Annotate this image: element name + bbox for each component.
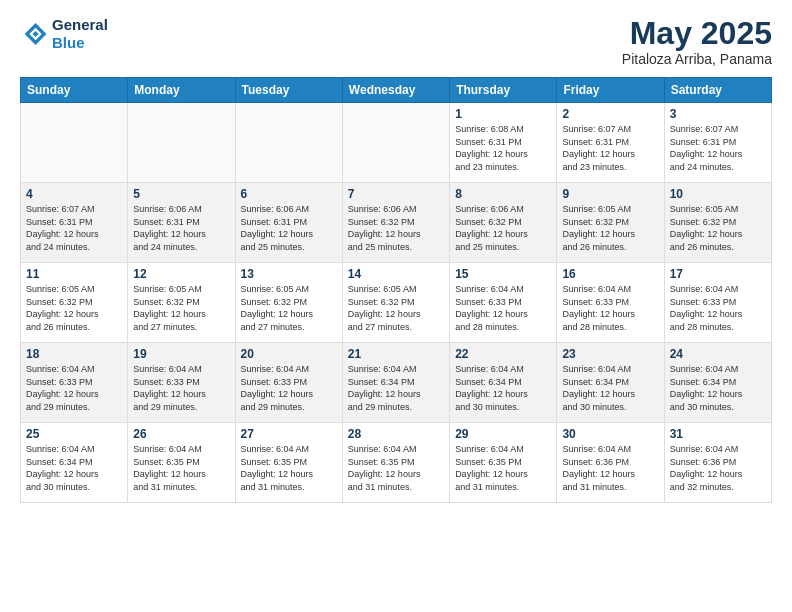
day-info: Sunrise: 6:04 AM Sunset: 6:34 PM Dayligh…	[562, 363, 658, 413]
day-info: Sunrise: 6:04 AM Sunset: 6:34 PM Dayligh…	[26, 443, 122, 493]
day-cell: 18Sunrise: 6:04 AM Sunset: 6:33 PM Dayli…	[21, 343, 128, 423]
day-cell	[342, 103, 449, 183]
day-cell: 30Sunrise: 6:04 AM Sunset: 6:36 PM Dayli…	[557, 423, 664, 503]
day-number: 27	[241, 427, 337, 441]
day-info: Sunrise: 6:04 AM Sunset: 6:35 PM Dayligh…	[133, 443, 229, 493]
day-number: 14	[348, 267, 444, 281]
day-info: Sunrise: 6:05 AM Sunset: 6:32 PM Dayligh…	[348, 283, 444, 333]
day-cell: 8Sunrise: 6:06 AM Sunset: 6:32 PM Daylig…	[450, 183, 557, 263]
weekday-header-row: SundayMondayTuesdayWednesdayThursdayFrid…	[21, 78, 772, 103]
day-cell	[235, 103, 342, 183]
day-cell: 2Sunrise: 6:07 AM Sunset: 6:31 PM Daylig…	[557, 103, 664, 183]
day-cell	[128, 103, 235, 183]
day-cell: 4Sunrise: 6:07 AM Sunset: 6:31 PM Daylig…	[21, 183, 128, 263]
day-number: 21	[348, 347, 444, 361]
day-cell: 17Sunrise: 6:04 AM Sunset: 6:33 PM Dayli…	[664, 263, 771, 343]
calendar: SundayMondayTuesdayWednesdayThursdayFrid…	[20, 77, 772, 503]
day-cell: 29Sunrise: 6:04 AM Sunset: 6:35 PM Dayli…	[450, 423, 557, 503]
day-number: 16	[562, 267, 658, 281]
day-info: Sunrise: 6:04 AM Sunset: 6:33 PM Dayligh…	[562, 283, 658, 333]
day-number: 20	[241, 347, 337, 361]
day-number: 15	[455, 267, 551, 281]
day-number: 30	[562, 427, 658, 441]
day-cell: 26Sunrise: 6:04 AM Sunset: 6:35 PM Dayli…	[128, 423, 235, 503]
weekday-tuesday: Tuesday	[235, 78, 342, 103]
day-cell: 20Sunrise: 6:04 AM Sunset: 6:33 PM Dayli…	[235, 343, 342, 423]
day-number: 7	[348, 187, 444, 201]
page: General Blue May 2025 Pitaloza Arriba, P…	[0, 0, 792, 612]
day-info: Sunrise: 6:04 AM Sunset: 6:36 PM Dayligh…	[670, 443, 766, 493]
day-info: Sunrise: 6:04 AM Sunset: 6:33 PM Dayligh…	[670, 283, 766, 333]
day-number: 18	[26, 347, 122, 361]
day-number: 22	[455, 347, 551, 361]
weekday-monday: Monday	[128, 78, 235, 103]
day-info: Sunrise: 6:06 AM Sunset: 6:32 PM Dayligh…	[348, 203, 444, 253]
day-number: 10	[670, 187, 766, 201]
day-info: Sunrise: 6:04 AM Sunset: 6:33 PM Dayligh…	[26, 363, 122, 413]
day-number: 11	[26, 267, 122, 281]
day-cell: 22Sunrise: 6:04 AM Sunset: 6:34 PM Dayli…	[450, 343, 557, 423]
day-cell: 28Sunrise: 6:04 AM Sunset: 6:35 PM Dayli…	[342, 423, 449, 503]
day-info: Sunrise: 6:05 AM Sunset: 6:32 PM Dayligh…	[133, 283, 229, 333]
day-info: Sunrise: 6:06 AM Sunset: 6:31 PM Dayligh…	[133, 203, 229, 253]
day-info: Sunrise: 6:05 AM Sunset: 6:32 PM Dayligh…	[562, 203, 658, 253]
day-number: 26	[133, 427, 229, 441]
day-cell: 13Sunrise: 6:05 AM Sunset: 6:32 PM Dayli…	[235, 263, 342, 343]
week-row-4: 18Sunrise: 6:04 AM Sunset: 6:33 PM Dayli…	[21, 343, 772, 423]
week-row-3: 11Sunrise: 6:05 AM Sunset: 6:32 PM Dayli…	[21, 263, 772, 343]
day-cell: 7Sunrise: 6:06 AM Sunset: 6:32 PM Daylig…	[342, 183, 449, 263]
day-cell: 11Sunrise: 6:05 AM Sunset: 6:32 PM Dayli…	[21, 263, 128, 343]
day-cell: 6Sunrise: 6:06 AM Sunset: 6:31 PM Daylig…	[235, 183, 342, 263]
day-cell: 12Sunrise: 6:05 AM Sunset: 6:32 PM Dayli…	[128, 263, 235, 343]
weekday-thursday: Thursday	[450, 78, 557, 103]
day-info: Sunrise: 6:07 AM Sunset: 6:31 PM Dayligh…	[26, 203, 122, 253]
day-info: Sunrise: 6:04 AM Sunset: 6:35 PM Dayligh…	[455, 443, 551, 493]
day-info: Sunrise: 6:05 AM Sunset: 6:32 PM Dayligh…	[241, 283, 337, 333]
day-cell: 9Sunrise: 6:05 AM Sunset: 6:32 PM Daylig…	[557, 183, 664, 263]
day-cell: 23Sunrise: 6:04 AM Sunset: 6:34 PM Dayli…	[557, 343, 664, 423]
weekday-saturday: Saturday	[664, 78, 771, 103]
day-info: Sunrise: 6:04 AM Sunset: 6:33 PM Dayligh…	[455, 283, 551, 333]
day-cell: 16Sunrise: 6:04 AM Sunset: 6:33 PM Dayli…	[557, 263, 664, 343]
day-cell: 21Sunrise: 6:04 AM Sunset: 6:34 PM Dayli…	[342, 343, 449, 423]
day-cell: 25Sunrise: 6:04 AM Sunset: 6:34 PM Dayli…	[21, 423, 128, 503]
day-cell: 19Sunrise: 6:04 AM Sunset: 6:33 PM Dayli…	[128, 343, 235, 423]
day-number: 17	[670, 267, 766, 281]
day-cell: 31Sunrise: 6:04 AM Sunset: 6:36 PM Dayli…	[664, 423, 771, 503]
day-cell	[21, 103, 128, 183]
day-info: Sunrise: 6:05 AM Sunset: 6:32 PM Dayligh…	[670, 203, 766, 253]
day-info: Sunrise: 6:05 AM Sunset: 6:32 PM Dayligh…	[26, 283, 122, 333]
day-info: Sunrise: 6:04 AM Sunset: 6:33 PM Dayligh…	[133, 363, 229, 413]
logo-text: General Blue	[52, 16, 108, 52]
day-number: 4	[26, 187, 122, 201]
day-number: 6	[241, 187, 337, 201]
week-row-1: 1Sunrise: 6:08 AM Sunset: 6:31 PM Daylig…	[21, 103, 772, 183]
day-number: 25	[26, 427, 122, 441]
day-number: 3	[670, 107, 766, 121]
day-cell: 27Sunrise: 6:04 AM Sunset: 6:35 PM Dayli…	[235, 423, 342, 503]
weekday-friday: Friday	[557, 78, 664, 103]
main-title: May 2025	[622, 16, 772, 51]
day-number: 1	[455, 107, 551, 121]
header: General Blue May 2025 Pitaloza Arriba, P…	[20, 16, 772, 67]
day-info: Sunrise: 6:04 AM Sunset: 6:34 PM Dayligh…	[670, 363, 766, 413]
day-info: Sunrise: 6:04 AM Sunset: 6:34 PM Dayligh…	[455, 363, 551, 413]
day-number: 23	[562, 347, 658, 361]
day-number: 31	[670, 427, 766, 441]
subtitle: Pitaloza Arriba, Panama	[622, 51, 772, 67]
day-info: Sunrise: 6:06 AM Sunset: 6:32 PM Dayligh…	[455, 203, 551, 253]
day-number: 13	[241, 267, 337, 281]
day-number: 9	[562, 187, 658, 201]
day-info: Sunrise: 6:04 AM Sunset: 6:34 PM Dayligh…	[348, 363, 444, 413]
day-info: Sunrise: 6:07 AM Sunset: 6:31 PM Dayligh…	[670, 123, 766, 173]
day-info: Sunrise: 6:08 AM Sunset: 6:31 PM Dayligh…	[455, 123, 551, 173]
week-row-2: 4Sunrise: 6:07 AM Sunset: 6:31 PM Daylig…	[21, 183, 772, 263]
day-number: 12	[133, 267, 229, 281]
day-number: 8	[455, 187, 551, 201]
day-cell: 3Sunrise: 6:07 AM Sunset: 6:31 PM Daylig…	[664, 103, 771, 183]
day-info: Sunrise: 6:06 AM Sunset: 6:31 PM Dayligh…	[241, 203, 337, 253]
day-info: Sunrise: 6:07 AM Sunset: 6:31 PM Dayligh…	[562, 123, 658, 173]
day-number: 19	[133, 347, 229, 361]
day-cell: 24Sunrise: 6:04 AM Sunset: 6:34 PM Dayli…	[664, 343, 771, 423]
weekday-wednesday: Wednesday	[342, 78, 449, 103]
